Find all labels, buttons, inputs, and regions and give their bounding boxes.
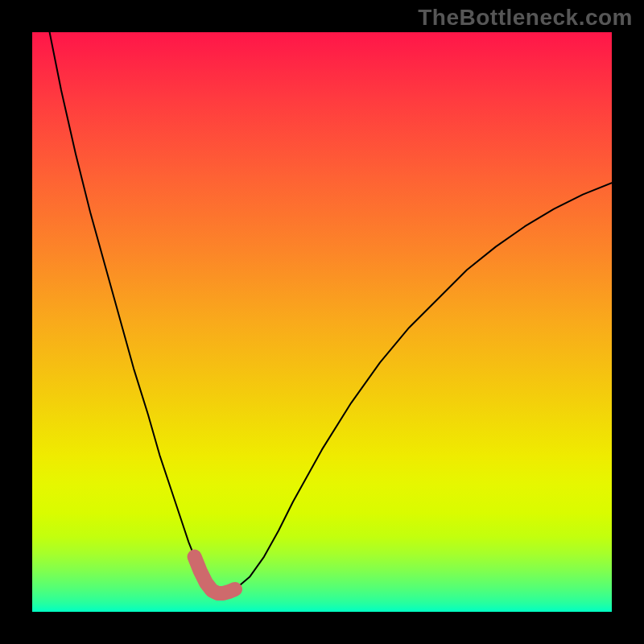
chart-curves [32, 32, 612, 612]
highlight-curve [195, 557, 235, 593]
chart-container: TheBottleneck.com [0, 0, 644, 644]
main-curve [50, 32, 612, 593]
plot-area [32, 32, 612, 612]
watermark-text: TheBottleneck.com [418, 5, 633, 31]
